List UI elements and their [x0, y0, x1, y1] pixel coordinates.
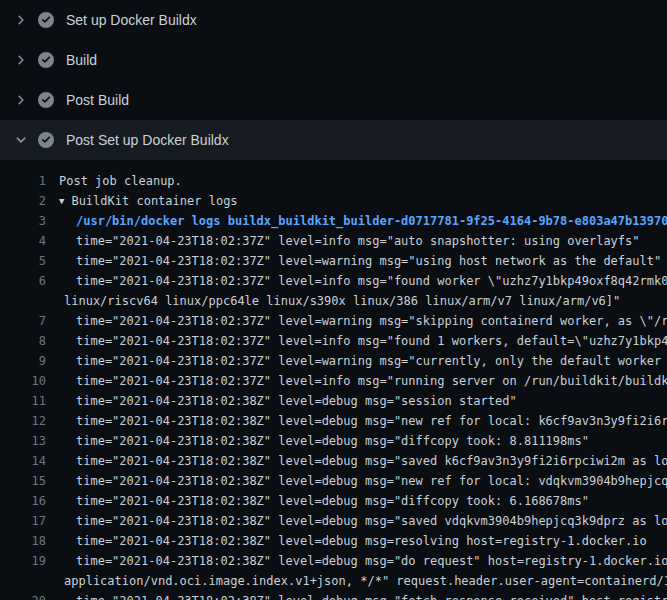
chevron-right-icon: [13, 52, 29, 68]
log-line-number[interactable]: 15: [0, 471, 46, 491]
log-line-number[interactable]: 13: [0, 431, 46, 451]
log-line-number[interactable]: 17: [0, 511, 46, 531]
log-line: 17 time="2021-04-23T18:02:38Z" level=deb…: [0, 511, 667, 531]
chevron-right-icon: [13, 92, 29, 108]
log-line: 14 time="2021-04-23T18:02:38Z" level=deb…: [0, 451, 667, 471]
log-line-number[interactable]: 10: [0, 371, 46, 391]
log-line-number[interactable]: 6: [0, 271, 46, 291]
step-header-set-up-docker-buildx[interactable]: Set up Docker Buildx: [0, 0, 667, 40]
log-line: 16 time="2021-04-23T18:02:38Z" level=deb…: [0, 491, 667, 511]
log-line-number[interactable]: 20: [0, 591, 46, 600]
log-line-number[interactable]: 2: [0, 191, 46, 211]
check-circle-icon: [38, 52, 54, 68]
log-line-text: time="2021-04-23T18:02:38Z" level=debug …: [46, 531, 647, 551]
log-line: 4 time="2021-04-23T18:02:37Z" level=info…: [0, 231, 667, 251]
log-group-toggle-icon[interactable]: ▼: [59, 191, 64, 211]
log-line-number[interactable]: 3: [0, 211, 46, 231]
log-line-text: time="2021-04-23T18:02:38Z" level=debug …: [46, 551, 667, 571]
step-header-post-set-up-docker-buildx[interactable]: Post Set up Docker Buildx: [0, 120, 667, 160]
chevron-right-icon: [13, 12, 29, 28]
log-viewer: 1 Post job cleanup. 2 ▼BuildKit containe…: [0, 160, 667, 600]
log-line-number[interactable]: 1: [0, 171, 46, 191]
log-line-wrap: linux/riscv64 linux/ppc64le linux/s390x …: [0, 291, 667, 311]
log-line-number[interactable]: 7: [0, 311, 46, 331]
log-line-text: application/vnd.oci.image.index.v1+json,…: [46, 571, 667, 591]
check-circle-icon: [38, 12, 54, 28]
log-line: 11 time="2021-04-23T18:02:38Z" level=deb…: [0, 391, 667, 411]
step-header-post-build[interactable]: Post Build: [0, 80, 667, 120]
check-circle-icon: [38, 92, 54, 108]
log-line-number: [0, 571, 46, 591]
log-line-wrap: application/vnd.oci.image.index.v1+json,…: [0, 571, 667, 591]
log-line-text: time="2021-04-23T18:02:37Z" level=info m…: [46, 371, 667, 391]
log-line-text: linux/riscv64 linux/ppc64le linux/s390x …: [46, 291, 620, 311]
chevron-down-icon: [13, 132, 29, 148]
log-line-number[interactable]: 18: [0, 531, 46, 551]
log-line: 13 time="2021-04-23T18:02:38Z" level=deb…: [0, 431, 667, 451]
log-line-number[interactable]: 16: [0, 491, 46, 511]
log-line: 19 time="2021-04-23T18:02:38Z" level=deb…: [0, 551, 667, 571]
log-line: 8 time="2021-04-23T18:02:37Z" level=info…: [0, 331, 667, 351]
log-line-number[interactable]: 11: [0, 391, 46, 411]
log-line-number[interactable]: 14: [0, 451, 46, 471]
log-line-text: time="2021-04-23T18:02:37Z" level=warnin…: [46, 251, 661, 271]
log-group-text: ▼BuildKit container logs: [46, 191, 238, 211]
log-line-text: time="2021-04-23T18:02:38Z" level=debug …: [46, 451, 667, 471]
log-line: 20 time="2021-04-23T18:02:38Z" level=deb…: [0, 591, 667, 600]
log-line-number: [0, 291, 46, 311]
log-line-text: time="2021-04-23T18:02:38Z" level=debug …: [46, 491, 589, 511]
log-line-text: time="2021-04-23T18:02:37Z" level=warnin…: [46, 351, 667, 371]
log-line-text: time="2021-04-23T18:02:37Z" level=info m…: [46, 271, 667, 291]
log-line-number[interactable]: 4: [0, 231, 46, 251]
log-command-line: 3 /usr/bin/docker logs buildx_buildkit_b…: [0, 211, 667, 231]
log-line-number[interactable]: 9: [0, 351, 46, 371]
log-line: 6 time="2021-04-23T18:02:37Z" level=info…: [0, 271, 667, 291]
step-header-build[interactable]: Build: [0, 40, 667, 80]
log-command-text: /usr/bin/docker logs buildx_buildkit_bui…: [46, 211, 667, 231]
log-line-text: time="2021-04-23T18:02:38Z" level=debug …: [46, 431, 589, 451]
log-group-header[interactable]: 2 ▼BuildKit container logs: [0, 191, 667, 211]
log-line-text: time="2021-04-23T18:02:37Z" level=info m…: [46, 231, 640, 251]
log-line-text: time="2021-04-23T18:02:37Z" level=info m…: [46, 331, 667, 351]
log-line-text: time="2021-04-23T18:02:38Z" level=debug …: [46, 471, 667, 491]
log-line-number[interactable]: 12: [0, 411, 46, 431]
log-line-number[interactable]: 8: [0, 331, 46, 351]
log-line-text: time="2021-04-23T18:02:37Z" level=warnin…: [46, 311, 667, 331]
log-line: 5 time="2021-04-23T18:02:37Z" level=warn…: [0, 251, 667, 271]
log-line: 18 time="2021-04-23T18:02:38Z" level=deb…: [0, 531, 667, 551]
step-label: Build: [66, 50, 97, 70]
log-group-title: BuildKit container logs: [71, 194, 237, 208]
log-line-text: time="2021-04-23T18:02:38Z" level=debug …: [46, 391, 517, 411]
log-line-number[interactable]: 5: [0, 251, 46, 271]
step-label: Post Build: [66, 90, 129, 110]
log-line-text: time="2021-04-23T18:02:38Z" level=debug …: [46, 511, 667, 531]
log-line: 15 time="2021-04-23T18:02:38Z" level=deb…: [0, 471, 667, 491]
log-line-text: Post job cleanup.: [46, 171, 182, 191]
log-line: 1 Post job cleanup.: [0, 171, 667, 191]
log-line: 12 time="2021-04-23T18:02:38Z" level=deb…: [0, 411, 667, 431]
log-line-text: time="2021-04-23T18:02:38Z" level=debug …: [46, 411, 667, 431]
log-line-number[interactable]: 19: [0, 551, 46, 571]
log-line: 7 time="2021-04-23T18:02:37Z" level=warn…: [0, 311, 667, 331]
check-circle-icon: [38, 132, 54, 148]
step-label: Set up Docker Buildx: [66, 10, 197, 30]
log-line: 10 time="2021-04-23T18:02:37Z" level=inf…: [0, 371, 667, 391]
log-line: 9 time="2021-04-23T18:02:37Z" level=warn…: [0, 351, 667, 371]
step-label: Post Set up Docker Buildx: [66, 130, 229, 150]
log-line-text: time="2021-04-23T18:02:38Z" level=debug …: [46, 591, 667, 600]
step-list: Set up Docker Buildx Build Post Build Po…: [0, 0, 667, 160]
